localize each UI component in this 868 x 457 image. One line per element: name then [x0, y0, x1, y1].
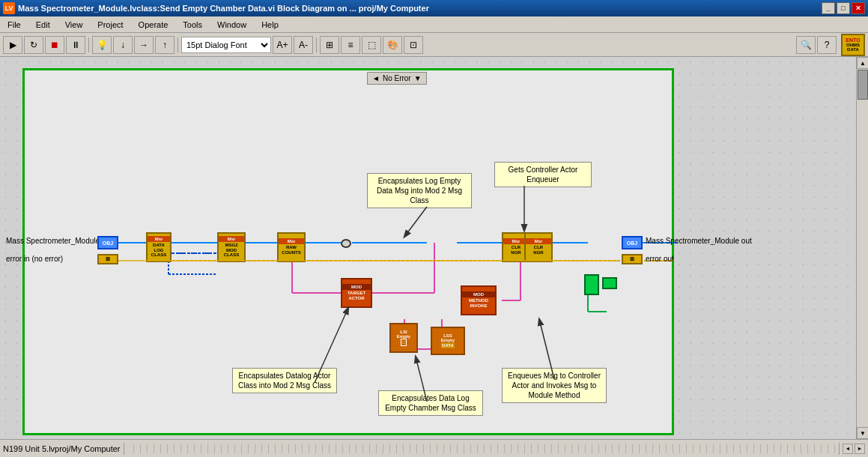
- menu-edit[interactable]: Edit: [31, 19, 55, 31]
- abort-button[interactable]: ⏹: [45, 36, 64, 54]
- wire-blue-1: [118, 242, 146, 243]
- step-into-button[interactable]: ↓: [113, 36, 133, 54]
- subvi-lss-empty[interactable]: LSS Empty DATA: [431, 327, 465, 355]
- help-button[interactable]: ?: [817, 36, 837, 54]
- main-area: ◄ No Error ▼ Mass Spectrometer_Module in…: [0, 57, 868, 439]
- menu-view[interactable]: View: [61, 19, 88, 31]
- scroll-track-right: [857, 69, 868, 427]
- scroll-right-button[interactable]: ►: [855, 444, 865, 454]
- pause-button[interactable]: ⏸: [66, 36, 85, 54]
- label-gets-controller: Gets Controller Actor Enqueuer: [494, 162, 592, 187]
- menu-window[interactable]: Window: [213, 19, 251, 31]
- toolbar-separator-2: [177, 37, 178, 52]
- obj-terminal-out[interactable]: OBJ: [622, 236, 643, 249]
- error-in-label: error in (no error): [6, 255, 63, 263]
- reorder-button[interactable]: ⬚: [362, 36, 381, 54]
- obj-terminal-in[interactable]: OBJ: [97, 236, 118, 249]
- error-out-terminal[interactable]: ⊞: [622, 254, 643, 264]
- label-enqueues: Enqueues Msg to Controller Actor and Inv…: [502, 368, 607, 403]
- mass-spec-in-label: Mass Spectrometer_Module in: [6, 237, 108, 245]
- toolbar-separator-3: [316, 37, 317, 52]
- menu-file[interactable]: File: [3, 19, 25, 31]
- diagram-area[interactable]: ◄ No Error ▼ Mass Spectrometer_Module in…: [0, 57, 856, 439]
- palette-button[interactable]: 🎨: [383, 36, 402, 54]
- toolbar-separator-1: [88, 37, 89, 52]
- wire-yellow-1: [118, 260, 620, 261]
- menu-project[interactable]: Project: [93, 19, 127, 31]
- node-data-log[interactable]: Msr DATALOGCLASS: [146, 232, 172, 262]
- mod-target-actor[interactable]: MOD TARGETACTOR: [341, 278, 372, 308]
- align-button[interactable]: ⊞: [320, 36, 339, 54]
- green-indicator: [584, 274, 599, 295]
- menu-tools[interactable]: Tools: [178, 19, 207, 31]
- scroll-down-button[interactable]: ▼: [857, 427, 868, 439]
- snap-button[interactable]: ⊡: [404, 36, 423, 54]
- status-separator: [124, 443, 124, 455]
- node-msg2[interactable]: Msr MSG2MODCLASS: [217, 232, 246, 262]
- close-button[interactable]: ✕: [852, 2, 865, 14]
- search-button[interactable]: 🔍: [796, 36, 816, 54]
- small-connector: [341, 239, 351, 248]
- scroll-left-button[interactable]: ◄: [843, 444, 853, 454]
- toolbar: ▶ ↻ ⏹ ⏸ 💡 ↓ → ↑ 15pt Dialog Font A+ A- ⊞…: [0, 33, 868, 57]
- maximize-button[interactable]: □: [837, 2, 850, 14]
- vi-icon: ENTO OHMS DATA: [841, 34, 865, 56]
- font-dropdown[interactable]: 15pt Dialog Font: [181, 37, 271, 53]
- menu-help[interactable]: Help: [257, 19, 283, 31]
- font-size-up[interactable]: A+: [273, 36, 292, 54]
- scroll-up-button[interactable]: ▲: [857, 57, 868, 69]
- minimize-button[interactable]: _: [822, 2, 835, 14]
- run-button[interactable]: ▶: [3, 36, 22, 54]
- status-bar: N199 Unit 5.lvproj/My Computer ◄ ►: [0, 439, 868, 457]
- run-continuously-button[interactable]: ↻: [24, 36, 43, 54]
- label-encap-datalog: Encapsulates Datalog Actor Class into Mo…: [232, 368, 337, 393]
- title-text: Mass Spectrometer_Module.lvclass:Send Em…: [18, 4, 429, 13]
- label-encap-log: Encapsulates Log Empty Data Msg into Mod…: [367, 173, 472, 208]
- status-buttons: ◄ ►: [843, 444, 865, 454]
- app-icon: LV: [3, 2, 15, 14]
- no-error-indicator: ◄ No Error ▼: [367, 72, 427, 85]
- status-separator-2: [839, 443, 840, 455]
- wire-dashed-1: [172, 252, 217, 254]
- mass-spec-out-label: Mass Spectrometer_Module out: [646, 237, 752, 245]
- label-encap-empty: Encapsulates Data Log Empty Chamber Msg …: [378, 390, 483, 416]
- no-error-text: No Error: [383, 74, 411, 82]
- no-error-arrow-left: ◄: [372, 74, 380, 82]
- node-clr-ngr[interactable]: Msr CLRNGR: [524, 232, 553, 262]
- highlight-button[interactable]: 💡: [92, 36, 112, 54]
- scrollbar-bottom[interactable]: [127, 444, 836, 453]
- mod-method-invoke[interactable]: MOD METHODINVOKE: [461, 285, 497, 315]
- no-error-arrow-right: ▼: [414, 74, 422, 82]
- step-over-button[interactable]: →: [134, 36, 154, 54]
- font-size-down[interactable]: A-: [294, 36, 313, 54]
- subvi-log-empty[interactable]: LSI Empty □: [389, 323, 418, 353]
- scrollbar-right[interactable]: ▲ ▼: [856, 57, 868, 439]
- step-out-button[interactable]: ↑: [155, 36, 174, 54]
- scroll-thumb-right[interactable]: [858, 70, 868, 100]
- distribute-button[interactable]: ≡: [341, 36, 360, 54]
- menu-operate[interactable]: Operate: [134, 19, 173, 31]
- title-bar: LV Mass Spectrometer_Module.lvclass:Send…: [0, 0, 868, 16]
- error-in-terminal[interactable]: ⊞: [97, 254, 118, 264]
- green-indicator-2: [602, 277, 617, 289]
- error-out-label: error out: [646, 255, 674, 263]
- status-text: N199 Unit 5.lvproj/My Computer: [3, 444, 121, 453]
- node-raw-counts[interactable]: Msr RAWCOUNTS: [277, 232, 306, 262]
- menu-bar: File Edit View Project Operate Tools Win…: [0, 16, 868, 33]
